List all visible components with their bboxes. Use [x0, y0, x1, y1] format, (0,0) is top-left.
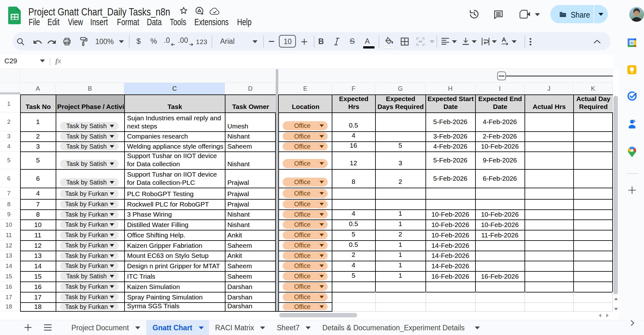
svg-text:31: 31 — [630, 41, 634, 45]
